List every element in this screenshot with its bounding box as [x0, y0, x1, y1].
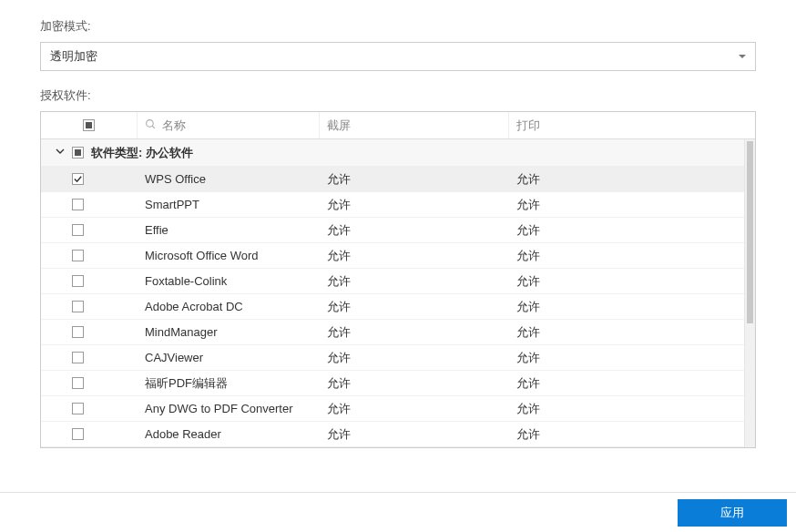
row-name-cell: Foxtable-Colink — [138, 269, 320, 293]
row-print-value: 允许 — [516, 273, 540, 290]
scrollbar[interactable] — [744, 139, 755, 447]
row-name-label: Any DWG to PDF Converter — [145, 402, 293, 415]
row-screen-value: 允许 — [327, 222, 351, 239]
row-checkbox-cell — [41, 218, 138, 242]
row-screen-cell: 允许 — [320, 167, 509, 191]
table-row[interactable]: Adobe Acrobat DC允许允许 — [41, 294, 755, 320]
row-checkbox-cell — [41, 167, 138, 191]
row-name-cell: Adobe Reader — [138, 422, 320, 446]
table-header: 名称 截屏 打印 — [41, 112, 755, 139]
row-print-cell: 允许 — [509, 396, 755, 421]
row-name-cell: Microsoft Office Word — [138, 243, 320, 268]
table-row[interactable]: Effie允许允许 — [41, 218, 755, 243]
row-name-cell: CAJViewer — [138, 345, 320, 370]
row-checkbox-cell — [41, 192, 138, 217]
row-screen-cell: 允许 — [320, 218, 509, 242]
row-print-cell: 允许 — [509, 218, 755, 242]
row-checkbox[interactable] — [72, 428, 84, 440]
row-checkbox[interactable] — [72, 301, 84, 312]
row-name-cell: SmartPPT — [138, 192, 320, 217]
row-name-label: 福昕PDF编辑器 — [145, 375, 228, 392]
row-checkbox[interactable] — [72, 199, 84, 210]
row-name-cell: Effie — [138, 218, 320, 242]
table-row[interactable]: Adobe Reader允许允许 — [41, 422, 755, 447]
table-row[interactable]: SmartPPT允许允许 — [41, 192, 755, 218]
row-checkbox[interactable] — [72, 352, 84, 363]
header-screen-label: 截屏 — [327, 118, 351, 134]
row-print-value: 允许 — [516, 197, 540, 213]
row-name-cell: Adobe Acrobat DC — [138, 294, 320, 319]
row-name-label: CAJViewer — [145, 351, 203, 364]
row-name-cell: 福昕PDF编辑器 — [138, 371, 320, 395]
header-print-label: 打印 — [516, 118, 540, 134]
table-row[interactable]: Foxtable-Colink允许允许 — [41, 269, 755, 294]
row-checkbox[interactable] — [72, 250, 84, 261]
table-body: 软件类型: 办公软件 WPS Office允许允许SmartPPT允许允许Eff… — [41, 139, 755, 447]
encryption-mode-select[interactable]: 透明加密 — [40, 42, 756, 71]
row-name-label: Adobe Acrobat DC — [145, 300, 243, 313]
scrollbar-thumb[interactable] — [747, 141, 753, 323]
row-checkbox[interactable] — [72, 403, 84, 414]
table-row[interactable]: CAJViewer允许允许 — [41, 345, 755, 371]
footer-bar: 应用 — [0, 492, 796, 532]
row-name-label: MindManager — [145, 325, 218, 339]
row-print-value: 允许 — [516, 222, 540, 239]
row-checkbox-cell — [41, 243, 138, 268]
table-row[interactable]: 福昕PDF编辑器允许允许 — [41, 371, 755, 396]
row-name-label: Adobe Reader — [145, 427, 221, 441]
row-checkbox[interactable] — [72, 173, 84, 185]
row-name-label: Microsoft Office Word — [145, 249, 259, 262]
row-screen-value: 允许 — [327, 171, 351, 188]
row-screen-value: 允许 — [327, 248, 351, 264]
table-row[interactable]: WPS Office允许允许 — [41, 167, 755, 192]
row-checkbox[interactable] — [72, 275, 84, 287]
row-print-cell: 允许 — [509, 192, 755, 217]
header-screen-cell[interactable]: 截屏 — [320, 112, 509, 138]
row-checkbox-cell — [41, 422, 138, 446]
group-checkbox[interactable] — [72, 147, 84, 159]
table-row[interactable]: Microsoft Office Word允许允许 — [41, 243, 755, 269]
row-name-cell: WPS Office — [138, 167, 320, 191]
header-name-cell[interactable]: 名称 — [138, 112, 320, 138]
row-print-value: 允许 — [516, 426, 540, 443]
select-all-checkbox[interactable] — [83, 119, 95, 131]
apply-button[interactable]: 应用 — [678, 499, 787, 527]
row-screen-value: 允许 — [327, 426, 351, 443]
row-name-cell: Any DWG to PDF Converter — [138, 396, 320, 421]
software-table: 名称 截屏 打印 软件类型: 办公软件 WPS Office允许允许SmartP… — [40, 111, 756, 448]
row-name-label: Effie — [145, 223, 168, 237]
row-checkbox[interactable] — [72, 326, 84, 338]
row-screen-cell: 允许 — [320, 371, 509, 395]
row-screen-cell: 允许 — [320, 396, 509, 421]
encryption-mode-label: 加密模式: — [40, 18, 756, 35]
search-icon — [145, 118, 157, 133]
row-print-value: 允许 — [516, 324, 540, 341]
group-label: 软件类型: 办公软件 — [91, 145, 193, 161]
row-screen-value: 允许 — [327, 273, 351, 290]
row-screen-cell: 允许 — [320, 345, 509, 370]
row-screen-value: 允许 — [327, 197, 351, 213]
row-print-cell: 允许 — [509, 243, 755, 268]
row-screen-cell: 允许 — [320, 269, 509, 293]
svg-point-0 — [147, 119, 154, 127]
row-print-cell: 允许 — [509, 269, 755, 293]
row-print-cell: 允许 — [509, 167, 755, 191]
group-row[interactable]: 软件类型: 办公软件 — [41, 139, 755, 167]
row-checkbox-cell — [41, 396, 138, 421]
table-row[interactable]: Any DWG to PDF Converter允许允许 — [41, 396, 755, 422]
row-print-value: 允许 — [516, 350, 540, 366]
svg-line-1 — [152, 126, 155, 128]
row-checkbox-cell — [41, 371, 138, 395]
header-name-label: 名称 — [162, 118, 186, 134]
row-print-value: 允许 — [516, 401, 540, 417]
row-checkbox[interactable] — [72, 224, 84, 236]
chevron-down-icon — [739, 55, 746, 58]
row-checkbox[interactable] — [72, 377, 84, 389]
row-screen-value: 允许 — [327, 299, 351, 315]
table-row[interactable]: MindManager允许允许 — [41, 320, 755, 345]
expand-icon[interactable] — [56, 145, 65, 159]
header-print-cell[interactable]: 打印 — [509, 112, 755, 138]
row-screen-cell: 允许 — [320, 320, 509, 344]
row-print-cell: 允许 — [509, 294, 755, 319]
row-print-value: 允许 — [516, 171, 540, 188]
